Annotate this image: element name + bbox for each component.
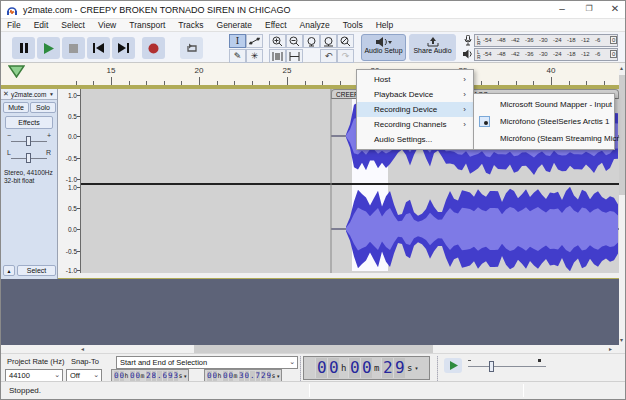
redo-button[interactable]: ↷ — [337, 49, 354, 63]
multi-tool-button[interactable]: ✳ — [246, 49, 263, 63]
time-digit[interactable]: m — [372, 363, 381, 373]
play-speed-slider[interactable] — [468, 358, 546, 374]
audio-setup-button[interactable]: Audio Setup — [361, 34, 406, 61]
submenu-arrow-icon: › — [463, 102, 466, 117]
menu-item-recording-device[interactable]: Recording Device› — [357, 102, 473, 117]
zoom-in-button[interactable] — [269, 34, 286, 48]
vertical-scrollbar-thumb[interactable] — [619, 75, 626, 195]
silence-audio-button[interactable] — [286, 49, 303, 63]
gain-minus-label: − — [7, 132, 11, 139]
menu-file[interactable]: File — [7, 20, 21, 30]
horizontal-scrollbar-thumb[interactable] — [194, 345, 433, 353]
envelope-tool-button[interactable] — [246, 34, 263, 48]
trim-audio-icon — [272, 52, 283, 61]
solo-button[interactable]: Solo — [30, 102, 56, 113]
scroll-down-icon[interactable]: ▾ — [620, 336, 623, 344]
menu-select[interactable]: Select — [61, 20, 85, 30]
recording-device-option[interactable]: Micrófono (Steam Streaming Micr — [474, 130, 614, 147]
skip-to-end-button[interactable] — [112, 37, 135, 59]
play-at-speed-icon — [449, 361, 458, 370]
fit-selection-button[interactable] — [303, 34, 320, 48]
time-digit[interactable]: s — [178, 371, 183, 381]
fit-project-button[interactable] — [320, 34, 337, 48]
scroll-up-icon[interactable]: ▴ — [620, 64, 623, 72]
effects-button[interactable]: Effects — [5, 116, 53, 129]
menu-item-label: Playback Device — [374, 90, 433, 99]
undo-button[interactable]: ↶ — [320, 49, 337, 63]
time-digit[interactable]: 0 — [348, 358, 360, 378]
menu-generate[interactable]: Generate — [217, 20, 252, 30]
track-select-button[interactable]: Select — [17, 265, 56, 276]
menu-item-audio-settings[interactable]: Audio Settings... — [357, 132, 473, 147]
recording-device-option[interactable]: Micrófono (SteelSeries Arctis 1 — [474, 113, 614, 130]
timeline-pin-icon[interactable] — [8, 65, 25, 78]
menu-view[interactable]: View — [98, 20, 116, 30]
gain-slider-handle[interactable] — [26, 136, 31, 146]
maximize-button[interactable]: ❐ — [576, 1, 602, 18]
skip-to-start-button[interactable] — [87, 37, 110, 59]
record-button[interactable] — [142, 37, 165, 59]
toolbar: I ✎ ✳ ↶ ↷ — [1, 32, 625, 63]
play-button[interactable] — [37, 37, 60, 59]
playback-meter[interactable]: LR-54-48-42-36-30-24-18-12-60 — [474, 48, 618, 61]
audio-setup-icon — [376, 37, 392, 47]
play-at-speed-button[interactable] — [444, 358, 462, 373]
selection-tool-button[interactable]: I — [229, 34, 246, 48]
time-field-caret-icon[interactable]: ▾ — [184, 373, 187, 379]
time-digit[interactable]: h — [339, 363, 348, 373]
recording-meter[interactable]: LR-54-48-42-36-30-24-18-12-60 — [474, 34, 618, 47]
time-digit[interactable]: 9 — [393, 358, 405, 378]
empty-project-area[interactable] — [1, 279, 619, 345]
scroll-right-icon[interactable]: ▸ — [609, 345, 612, 353]
play-speed-slider-handle[interactable] — [489, 361, 494, 372]
status-bar: Stopped. — [1, 381, 625, 399]
draw-tool-button[interactable]: ✎ — [229, 49, 246, 63]
meter-scale-label: -30 — [539, 51, 548, 57]
track-menu-caret-icon[interactable]: ▼ — [49, 91, 54, 97]
menu-item-host[interactable]: Host› — [357, 72, 473, 87]
time-digit[interactable]: 0 — [315, 358, 327, 378]
stop-button[interactable] — [62, 37, 85, 59]
track-name[interactable]: y2mate.com — [11, 91, 46, 98]
menu-tools[interactable]: Tools — [343, 20, 363, 30]
time-digit[interactable]: 2 — [381, 358, 393, 378]
close-button[interactable]: ✕ — [602, 1, 626, 18]
collapse-track-button[interactable]: ▲ — [3, 265, 15, 276]
horizontal-scrollbar[interactable]: ◂ ▸ — [1, 345, 619, 353]
time-field-caret-icon[interactable]: ▾ — [415, 365, 418, 371]
scroll-left-icon[interactable]: ◂ — [81, 345, 84, 353]
window-title: y2mate.com - CREEPY BROKEN TORNADO SIREN… — [23, 5, 291, 15]
pan-slider-handle[interactable] — [26, 153, 31, 163]
menu-effect[interactable]: Effect — [265, 20, 287, 30]
time-digit[interactable]: s — [405, 363, 414, 373]
zoom-toggle-button[interactable] — [337, 34, 354, 48]
audio-position-display[interactable]: 00h00m29s▾ — [303, 356, 430, 380]
menu-analyze[interactable]: Analyze — [300, 20, 330, 30]
time-digit[interactable]: 0 — [360, 358, 372, 378]
loop-button[interactable] — [180, 37, 203, 59]
menu-edit[interactable]: Edit — [34, 20, 49, 30]
track-format-line2: 32-bit float — [4, 177, 53, 185]
trim-audio-button[interactable] — [269, 49, 286, 63]
pause-button[interactable] — [12, 37, 35, 59]
vertical-scrollbar[interactable]: ▴ ▾ — [619, 63, 626, 345]
mute-button[interactable]: Mute — [3, 102, 29, 113]
menu-item-playback-device[interactable]: Playback Device› — [357, 87, 473, 102]
menu-item-recording-channels[interactable]: Recording Channels› — [357, 117, 473, 132]
menu-help[interactable]: Help — [376, 20, 393, 30]
time-field-caret-icon[interactable]: ▾ — [277, 373, 280, 379]
minimize-button[interactable]: – — [549, 1, 575, 18]
menu-tracks[interactable]: Tracks — [178, 20, 203, 30]
menu-transport[interactable]: Transport — [129, 20, 165, 30]
zoom-out-button[interactable] — [286, 34, 303, 48]
timeline-ruler[interactable]: 152025303540 — [1, 63, 619, 87]
share-audio-button[interactable]: Share Audio — [409, 34, 456, 61]
recording-device-option[interactable]: Microsoft Sound Mapper - Input — [474, 96, 614, 113]
track-close-icon[interactable]: ✕ — [3, 90, 9, 98]
vertical-scale-ruler[interactable]: 1.00.50.0-0.5-1.01.00.50.0-0.5-1.0 — [58, 89, 81, 273]
gain-slider[interactable]: − + — [3, 132, 55, 146]
pan-slider[interactable]: L R — [3, 149, 55, 163]
time-digit[interactable]: 0 — [327, 358, 339, 378]
selection-mode-combobox[interactable]: Start and End of Selection ⌄ — [116, 356, 298, 369]
time-digit[interactable]: s — [271, 371, 276, 381]
